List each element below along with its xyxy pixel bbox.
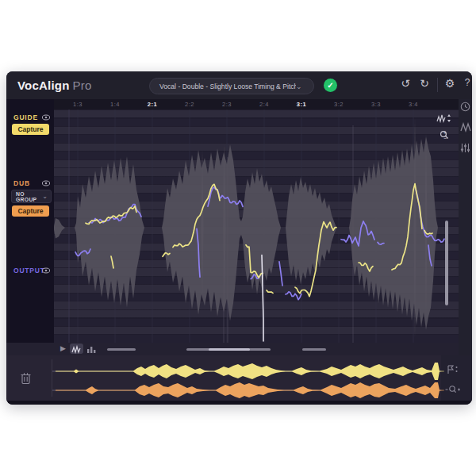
timeline-tick: 3:2 xyxy=(334,101,344,108)
vocalign-plugin-window: VocAlignPro Vocal - Double - Slightly Lo… xyxy=(6,71,472,405)
chevron-down-icon: ⌄ xyxy=(42,193,48,200)
gear-icon[interactable]: ⚙ xyxy=(442,77,458,90)
timeline-tick: 1:3 xyxy=(73,101,83,108)
panel-divider xyxy=(52,359,52,397)
overview-scrollbar-segment[interactable] xyxy=(302,348,326,351)
play-icon[interactable]: ▶ xyxy=(60,344,66,352)
vertical-scrollbar[interactable] xyxy=(445,221,448,305)
timeline-ruler[interactable]: 1:31:42:12:22:32:43:13:23:33:4 xyxy=(54,99,459,109)
chevron-down-icon: ⌄ xyxy=(296,83,309,90)
warp-mode-button[interactable] xyxy=(70,344,83,354)
dub-group-dropdown[interactable]: NO GROUP ⌄ xyxy=(11,190,52,203)
timeline-tick: 2:2 xyxy=(185,101,194,108)
overview-scrollbar-thumb[interactable] xyxy=(209,348,250,351)
settings-sliders-icon[interactable] xyxy=(459,142,472,156)
guide-visibility-eye-icon[interactable] xyxy=(41,113,51,122)
timeline-tick: 2:1 xyxy=(148,101,157,108)
help-button[interactable]: ? xyxy=(459,77,472,88)
guide-track-label: GUIDE xyxy=(13,113,38,121)
history-clock-icon[interactable] xyxy=(459,101,472,115)
dub-capture-button[interactable]: Capture xyxy=(12,205,49,217)
timeline-tick: 1:4 xyxy=(110,101,120,108)
transport-row: ▶ xyxy=(6,343,459,355)
timeline-tick: 3:1 xyxy=(297,101,306,108)
waveform-pitch-editor[interactable]: + − xyxy=(54,109,459,343)
output-track-label: OUTPUT xyxy=(13,267,45,274)
right-toolbar-rail xyxy=(459,99,472,355)
app-title-bold: VocAlign xyxy=(17,79,70,92)
bars-view-icon[interactable] xyxy=(87,345,96,355)
preset-dropdown[interactable]: Vocal - Double - Slightly Loose Timing &… xyxy=(149,78,314,94)
captured-audio-lanes[interactable] xyxy=(6,355,472,401)
redo-button[interactable]: ↻ xyxy=(416,77,432,90)
timeline-tick: 3:3 xyxy=(371,101,381,108)
dub-track-label: DUB xyxy=(13,179,30,187)
undo-button[interactable]: ↺ xyxy=(397,77,413,90)
pitch-trace-icon[interactable] xyxy=(459,121,472,136)
header-divider xyxy=(437,78,438,92)
overview-scrollbar-segment[interactable] xyxy=(107,348,136,351)
zoom-tool-icon[interactable]: + − xyxy=(440,130,451,141)
editor-graphics xyxy=(54,109,459,343)
screenshot-canvas: VocAlignPro Vocal - Double - Slightly Lo… xyxy=(0,0,476,476)
track-sidebar: GUIDE Capture DUB NO GROUP ⌄ Capture OUT… xyxy=(6,99,54,343)
output-visibility-eye-icon[interactable] xyxy=(41,266,51,275)
window-bottom-edge xyxy=(6,401,472,405)
timeline-tick: 2:3 xyxy=(222,101,232,108)
preset-saved-check-icon: ✓ xyxy=(324,79,337,92)
dub-visibility-eye-icon[interactable] xyxy=(41,178,51,188)
header-bar: VocAlignPro Vocal - Double - Slightly Lo… xyxy=(6,71,472,99)
app-title-suffix: Pro xyxy=(73,79,92,92)
guide-capture-button[interactable]: Capture xyxy=(12,124,49,135)
capture-waveform-panel xyxy=(6,355,472,401)
app-title: VocAlignPro xyxy=(17,79,91,92)
timeline-tick: 2:4 xyxy=(259,101,269,108)
timeline-tick: 3:4 xyxy=(409,101,418,108)
dub-group-label: NO GROUP xyxy=(12,191,42,202)
preset-label: Vocal - Double - Slightly Loose Timing &… xyxy=(150,83,296,90)
